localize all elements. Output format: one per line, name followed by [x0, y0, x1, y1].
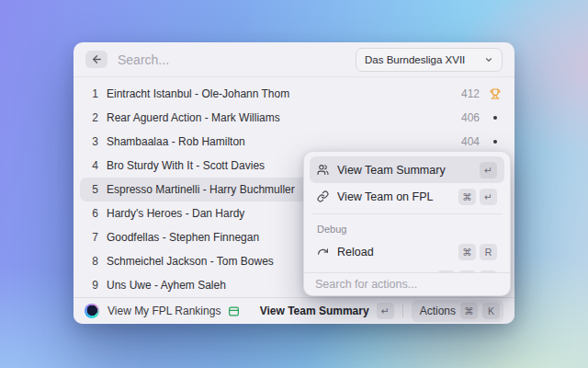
menu-section-label: Debug — [310, 218, 504, 238]
rank-number: 4 — [85, 159, 98, 172]
chevron-down-icon — [484, 55, 493, 64]
search-input[interactable]: Search... — [118, 52, 356, 67]
rank-number: 7 — [85, 231, 98, 244]
points-value: 406 — [461, 111, 480, 124]
rank-number: 8 — [85, 255, 98, 268]
points-value: 404 — [461, 135, 480, 148]
k-key-icon: K — [482, 303, 500, 319]
return-key-icon: ↵ — [377, 303, 394, 319]
back-arrow-icon — [91, 53, 103, 65]
menu-item-view-team-on-fpl[interactable]: View Team on FPL ⌘ ↵ — [310, 183, 504, 210]
actions-menu: View Team Summary ↵ View Team on FPL ⌘ ↵… — [303, 151, 511, 296]
menu-separator — [311, 213, 503, 214]
rank-dot-icon — [488, 116, 503, 120]
return-key-icon: ↵ — [480, 189, 497, 205]
menu-item-view-team-summary[interactable]: View Team Summary ↵ — [310, 156, 504, 183]
r-key-icon: R — [480, 244, 497, 260]
rank-number: 5 — [85, 183, 98, 196]
primary-action-button[interactable]: View Team Summary — [260, 305, 369, 317]
actions-search-input[interactable]: Search for actions... — [315, 278, 417, 291]
link-icon — [317, 190, 329, 202]
command-title: View My FPL Rankings — [107, 305, 220, 317]
actions-menu-body: View Team Summary ↵ View Team on FPL ⌘ ↵… — [304, 152, 510, 274]
team-title: Rear Aguerd Action - Mark Williams — [107, 111, 461, 124]
rank-dot-icon — [488, 140, 503, 144]
raycast-window: Search... Das Burndesliga XVII 1 Eintrac… — [74, 42, 514, 324]
team-icon — [317, 164, 329, 176]
rankings-card-icon — [228, 305, 240, 317]
list-item[interactable]: 1 Eintracht Istanbul - Ole-Johann Thom 4… — [80, 82, 508, 106]
return-key-icon: ↵ — [480, 162, 497, 178]
actions-menu-footer: Search for actions... — [304, 272, 510, 295]
list-item[interactable]: 2 Rear Aguerd Action - Mark Williams 406 — [80, 106, 508, 130]
search-header: Search... Das Burndesliga XVII — [74, 42, 514, 77]
back-button[interactable] — [85, 51, 107, 68]
rank-number: 9 — [85, 279, 98, 292]
team-title: Shambaalaa - Rob Hamilton — [107, 135, 461, 148]
team-title: Eintracht Istanbul - Ole-Johann Thom — [107, 87, 461, 100]
league-dropdown[interactable]: Das Burndesliga XVII — [356, 48, 503, 72]
points-value: 412 — [461, 87, 480, 100]
reload-icon — [317, 246, 329, 258]
league-dropdown-value: Das Burndesliga XVII — [365, 54, 479, 65]
fpl-logo-icon — [85, 304, 99, 318]
command-key-icon: ⌘ — [458, 189, 476, 205]
rank-number: 2 — [85, 111, 98, 124]
command-key-icon: ⌘ — [460, 303, 478, 319]
window-footer: View My FPL Rankings View Team Summary ↵… — [74, 297, 514, 324]
rank-number: 1 — [85, 87, 98, 100]
actions-label: Actions — [420, 305, 456, 317]
footer-divider — [402, 305, 403, 317]
menu-item-reload[interactable]: Reload ⌘ R — [310, 238, 504, 265]
command-key-icon: ⌘ — [458, 244, 476, 260]
actions-button[interactable]: Actions ⌘ K — [412, 300, 503, 322]
rank-number: 6 — [85, 207, 98, 220]
rank-number: 3 — [85, 135, 98, 148]
trophy-icon — [488, 88, 503, 99]
